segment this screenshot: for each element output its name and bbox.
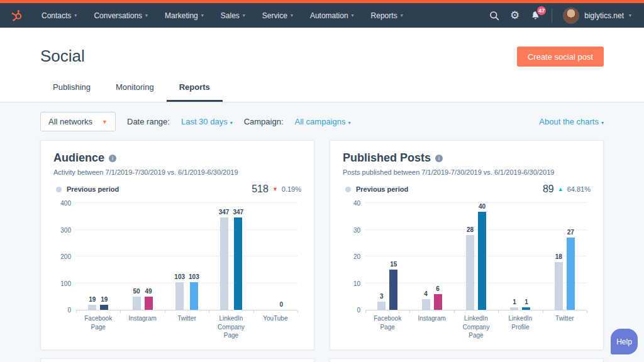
published-posts-card: Published Posts i Posts published betwee… (330, 140, 604, 350)
tab-reports[interactable]: Reports (167, 82, 223, 102)
bar-groups: 315462840111827 (365, 204, 587, 310)
x-axis-label: LinkedIn Company Page (454, 314, 498, 340)
bar-column: 28 (466, 204, 474, 310)
bar (434, 294, 442, 310)
avatar (563, 8, 579, 24)
create-social-post-button[interactable]: Create social post (517, 47, 604, 67)
top-nav: Contacts▾Conversations▾Marketing▾Sales▾S… (0, 3, 644, 28)
chevron-down-icon: ▾ (201, 13, 204, 18)
charts-row-1: Audience i Activity between 7/1/2019-7/3… (40, 140, 604, 350)
bar-group: 46 (409, 204, 453, 310)
bar-value-label: 19 (101, 297, 108, 303)
legend-label: Previous period (67, 185, 119, 193)
bar-column: 3 (377, 204, 386, 310)
stat-total: 518 (252, 184, 269, 195)
bar-column: 15 (389, 204, 397, 310)
card-subtitle: Posts published between 7/1/2019-7/30/20… (343, 168, 591, 176)
campaign-dropdown[interactable]: All campaigns▾ (295, 117, 351, 126)
bar-value-label: 347 (233, 209, 243, 216)
x-axis-label: Instagram (409, 314, 453, 340)
bar (466, 235, 474, 310)
bar-column: 1 (522, 204, 530, 310)
network-selector[interactable]: All networks ▼ (40, 112, 116, 131)
nav-item-marketing[interactable]: Marketing▾ (165, 11, 204, 20)
bar (478, 212, 486, 310)
bar-group: 5049 (120, 204, 164, 310)
network-selector-value: All networks (48, 117, 92, 126)
bar-group: 0 (253, 204, 297, 310)
y-axis-tick-label: 0 (341, 307, 360, 314)
page-title: Social (40, 47, 85, 66)
card-subtitle: Activity between 7/1/2019-7/30/2019 vs. … (53, 168, 301, 176)
nav-item-service[interactable]: Service▾ (262, 11, 293, 20)
legend-label: Previous period (356, 185, 408, 193)
x-axis-label: YouTube (253, 314, 297, 340)
stat-delta: 64.81% (567, 185, 591, 193)
x-axis-label: LinkedIn Profile (498, 314, 542, 340)
x-axis-label: Twitter (543, 314, 587, 340)
bar-column: 19 (88, 204, 96, 310)
y-axis-tick-label: 10 (341, 280, 360, 287)
nav-item-contacts[interactable]: Contacts▾ (42, 11, 77, 20)
bar (190, 282, 198, 310)
bar-value-label: 40 (479, 204, 486, 210)
bar-column: 103 (189, 204, 199, 310)
nav-item-reports[interactable]: Reports▾ (371, 11, 403, 20)
bar-group: 11 (498, 204, 542, 310)
plot-area: 0100200300400191950491031033473470 (76, 204, 297, 310)
about-the-charts-dropdown[interactable]: About the charts▾ (539, 117, 604, 126)
date-range-label: Date range: (127, 117, 170, 126)
nav-item-automation[interactable]: Automation▾ (310, 11, 354, 20)
bar-value-label: 6 (436, 286, 440, 292)
card-title: Audience (53, 151, 104, 165)
bar-value-label: 3 (380, 293, 384, 300)
clicks-card: Clicks i (330, 358, 604, 362)
x-axis-label: Twitter (165, 314, 209, 340)
bar-value-label: 49 (145, 288, 152, 295)
hubspot-logo[interactable] (10, 9, 24, 23)
bar (522, 307, 530, 310)
x-axis-tick (498, 310, 499, 313)
help-button[interactable]: Help (611, 329, 638, 354)
bar-column: 1 (510, 204, 518, 310)
chevron-down-icon: ▾ (230, 120, 233, 126)
search-icon[interactable] (489, 11, 499, 21)
nav-item-conversations[interactable]: Conversations▾ (94, 11, 148, 20)
chevron-down-icon: ▾ (629, 13, 631, 18)
tab-bar: PublishingMonitoringReports (40, 82, 644, 102)
tab-monitoring[interactable]: Monitoring (103, 82, 167, 102)
info-icon[interactable]: i (435, 155, 443, 162)
tab-publishing[interactable]: Publishing (40, 82, 103, 102)
info-icon[interactable]: i (109, 155, 116, 162)
x-axis-label: Facebook Page (365, 314, 409, 340)
campaign-label: Campaign: (244, 117, 284, 126)
bar-column: 347 (233, 204, 243, 310)
bar-value-label: 19 (89, 297, 96, 303)
bar-chart: 010203040315462840111827 Facebook PageIn… (343, 204, 591, 340)
y-axis-tick-label: 30 (341, 226, 360, 233)
bar-value-label: 1 (513, 299, 516, 305)
chevron-down-icon: ▾ (243, 13, 245, 18)
date-range-dropdown[interactable]: Last 30 days▾ (181, 117, 233, 126)
y-axis-tick-label: 300 (52, 226, 71, 233)
bar-column: 49 (145, 204, 153, 310)
gear-icon[interactable]: ⚙ (510, 10, 519, 21)
delta-direction-icon: ▲ (558, 187, 564, 192)
bar (100, 305, 108, 310)
x-axis-label: LinkedIn Company Page (209, 314, 253, 340)
chevron-down-icon: ▾ (291, 13, 293, 18)
chevron-down-icon: ▾ (348, 120, 350, 126)
bar-column: 19 (100, 204, 108, 310)
nav-item-sales[interactable]: Sales▾ (221, 11, 245, 20)
notification-badge[interactable]: 47 (536, 5, 547, 16)
bar-column: 40 (478, 204, 486, 310)
bar-value-label: 1 (525, 299, 528, 305)
account-menu[interactable]: biglytics.net ▾ (563, 8, 631, 24)
chevron-down-icon: ▾ (601, 120, 604, 126)
bar-group: 1827 (543, 204, 587, 310)
bar (555, 262, 563, 310)
gridline (76, 202, 297, 203)
charts-row-2: Interactions i Clicks i (40, 358, 604, 362)
bar (145, 297, 153, 310)
notifications-bell-icon[interactable]: 47 (530, 10, 541, 21)
